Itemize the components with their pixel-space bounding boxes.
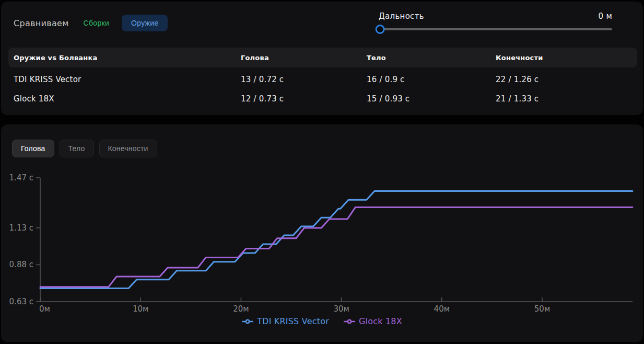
head-value: 13 / 0.72 с bbox=[241, 75, 367, 84]
chart-panel: ГоловаТелоКонечности 0.63 с0.88 с1.13 с1… bbox=[1, 124, 643, 342]
body-value: 15 / 0.93 с bbox=[367, 94, 496, 104]
y-tick-label: 1.47 с bbox=[9, 173, 33, 182]
limbs-value: 21 / 1.33 с bbox=[496, 94, 643, 104]
range-slider-handle[interactable] bbox=[376, 25, 385, 34]
series-line bbox=[40, 191, 633, 288]
legend-item[interactable]: Glock 18X bbox=[344, 316, 402, 326]
table-body: TDI KRISS Vector13 / 0.72 с16 / 0.9 с22 … bbox=[1, 70, 643, 108]
x-tick-label: 20м bbox=[233, 304, 249, 314]
table-header-body: Тело bbox=[367, 54, 496, 62]
legend-marker-icon bbox=[242, 318, 253, 325]
x-tick-label: 0м bbox=[39, 304, 50, 314]
table-header: Оружие vs Болванка Голова Тело Конечност… bbox=[8, 48, 637, 67]
compare-tab[interactable]: Оружие bbox=[122, 15, 168, 31]
x-tick-label: 40м bbox=[434, 304, 450, 314]
series-line bbox=[40, 207, 633, 286]
legend-marker-icon bbox=[344, 318, 355, 325]
body-value: 16 / 0.9 с bbox=[367, 75, 496, 84]
y-tick-label: 0.63 с bbox=[9, 297, 33, 306]
legend-label: TDI KRISS Vector bbox=[257, 316, 329, 326]
table-header-limbs: Конечности bbox=[496, 54, 637, 62]
weapon-name[interactable]: Glock 18X bbox=[14, 94, 241, 104]
limbs-value: 22 / 1.26 с bbox=[496, 75, 643, 84]
table-row: Glock 18X12 / 0.73 с15 / 0.93 с21 / 1.33… bbox=[1, 89, 643, 108]
compare-bar: Сравниваем СборкиОружие bbox=[14, 14, 168, 32]
x-tick-label: 50м bbox=[534, 304, 550, 314]
table-header-head: Голова bbox=[241, 54, 367, 62]
compare-tabs: СборкиОружие bbox=[83, 15, 168, 31]
legend-label: Glock 18X bbox=[359, 316, 402, 326]
range-slider-value: 0 м bbox=[598, 12, 612, 21]
x-tick-label: 30м bbox=[333, 304, 349, 314]
weapon-name[interactable]: TDI KRISS Vector bbox=[14, 75, 241, 84]
table-row: TDI KRISS Vector13 / 0.72 с16 / 0.9 с22 … bbox=[1, 70, 643, 89]
range-slider-label: Дальность bbox=[379, 12, 424, 21]
compare-label: Сравниваем bbox=[14, 18, 69, 28]
range-slider: Дальность 0 м bbox=[379, 12, 612, 30]
ttk-distance-chart: 0.63 с0.88 с1.13 с1.47 с0м10м20м30м40м50… bbox=[1, 124, 643, 342]
x-tick-label: 10м bbox=[133, 304, 148, 314]
compare-tab[interactable]: Сборки bbox=[83, 15, 110, 31]
y-tick-label: 0.88 с bbox=[9, 260, 33, 269]
table-header-weapon: Оружие vs Болванка bbox=[14, 54, 241, 62]
compare-panel: Сравниваем СборкиОружие Дальность 0 м Ор… bbox=[1, 2, 643, 115]
legend-item[interactable]: TDI KRISS Vector bbox=[242, 316, 329, 326]
y-tick-label: 1.13 с bbox=[9, 223, 33, 233]
chart-legend: TDI KRISS VectorGlock 18X bbox=[1, 316, 643, 326]
range-slider-track[interactable] bbox=[379, 28, 612, 30]
head-value: 12 / 0.73 с bbox=[241, 94, 367, 104]
range-slider-head: Дальность 0 м bbox=[379, 12, 612, 21]
